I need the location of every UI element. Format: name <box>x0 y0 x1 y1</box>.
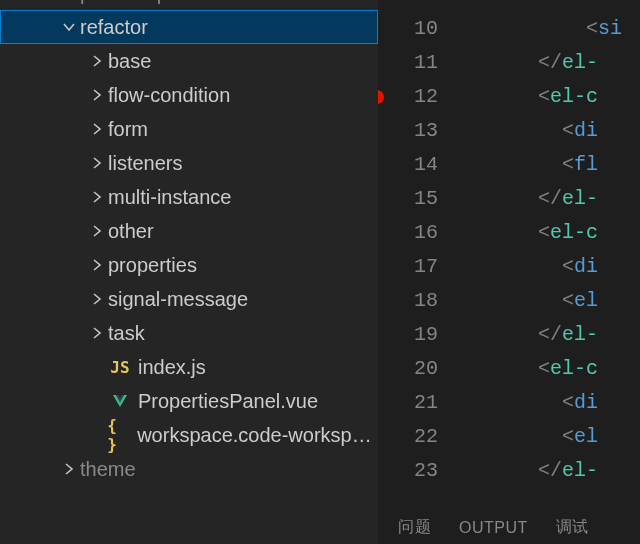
line-number[interactable]: 23 <box>378 454 438 488</box>
tree-item-label: form <box>108 118 148 141</box>
line-number[interactable]: 21 <box>378 386 438 420</box>
tree-item-properties[interactable]: properties <box>0 248 378 282</box>
line-number[interactable]: 22 <box>378 420 438 454</box>
chevron-right-icon <box>86 326 108 340</box>
line-number[interactable]: 19 <box>378 318 438 352</box>
tree-item-flow-condition[interactable]: flow-condition <box>0 78 378 112</box>
tree-item-label: index.js <box>138 356 206 379</box>
code-line[interactable]: </el- <box>466 46 640 80</box>
tree-item-label: base <box>108 50 151 73</box>
panel-tab-调试[interactable]: 调试 <box>556 517 589 538</box>
tree-item-propertiespanel-vue[interactable]: PropertiesPanel.vue <box>0 384 378 418</box>
editor-area: 91011121314151617181920212223 <di <si </… <box>378 0 640 544</box>
chevron-right-icon <box>86 122 108 136</box>
code-line[interactable]: <si <box>466 12 640 46</box>
tree-item-label: workspace.code-workspa... <box>137 424 378 447</box>
tree-item-base[interactable]: base <box>0 44 378 78</box>
panel-tab-问题[interactable]: 问题 <box>398 517 431 538</box>
json-file-icon: { } <box>107 416 131 454</box>
line-number[interactable]: 9 <box>378 0 438 12</box>
line-number[interactable]: 10 <box>378 12 438 46</box>
code-line[interactable]: <fl <box>466 148 640 182</box>
code-line[interactable]: <di <box>466 114 640 148</box>
bottom-panel-tabs: 问题OUTPUT调试 <box>378 510 640 544</box>
tree-item-multi-instance[interactable]: multi-instance <box>0 180 378 214</box>
line-number[interactable]: 17 <box>378 250 438 284</box>
chevron-right-icon <box>86 54 108 68</box>
chevron-right-icon <box>86 88 108 102</box>
line-number-gutter[interactable]: 91011121314151617181920212223 <box>378 0 466 510</box>
chevron-right-icon <box>86 258 108 272</box>
tree-item-workspace-code-workspa-[interactable]: { }workspace.code-workspa... <box>0 418 378 452</box>
tree-item-task[interactable]: task <box>0 316 378 350</box>
chevron-right-icon <box>58 462 80 476</box>
code-line[interactable]: </el- <box>466 318 640 352</box>
line-number[interactable]: 16 <box>378 216 438 250</box>
tree-item-label: other <box>108 220 154 243</box>
chevron-right-icon <box>86 292 108 306</box>
tree-item-label: PropertiesPanel.vue <box>138 390 318 413</box>
tree-item-signal-message[interactable]: signal-message <box>0 282 378 316</box>
tree-item-form[interactable]: form <box>0 112 378 146</box>
line-number[interactable]: 13 <box>378 114 438 148</box>
code-line[interactable]: </el- <box>466 454 640 488</box>
tree-item-theme[interactable]: theme <box>0 452 378 486</box>
tree-item-other[interactable]: other <box>0 214 378 248</box>
js-file-icon: JS <box>108 358 132 377</box>
line-number[interactable]: 14 <box>378 148 438 182</box>
tree-item-listeners[interactable]: listeners <box>0 146 378 180</box>
tree-item-label: flow-condition <box>108 84 230 107</box>
code-line[interactable]: <el <box>466 420 640 454</box>
breakpoint-line-number[interactable]: 12 <box>378 80 438 114</box>
code-line[interactable]: <el-c <box>466 216 640 250</box>
tree-item-label: listeners <box>108 152 182 175</box>
tree-item-index-js[interactable]: JSindex.js <box>0 350 378 384</box>
chevron-right-icon <box>86 224 108 238</box>
chevron-down-icon <box>58 20 80 34</box>
code-content[interactable]: <di <si </el- <el-c <di <fl </el- <el-c … <box>466 0 640 510</box>
vue-file-icon <box>108 393 132 409</box>
tree-item-label: multi-instance <box>108 186 231 209</box>
code-line[interactable]: </el- <box>466 182 640 216</box>
code-line[interactable]: <el-c <box>466 80 640 114</box>
tree-item-refactor[interactable]: refactor <box>0 10 378 44</box>
tree-item-process-panel[interactable]: process-panel <box>0 0 378 10</box>
line-number[interactable]: 15 <box>378 182 438 216</box>
file-explorer[interactable]: process-panelrefactorbaseflow-conditionf… <box>0 0 378 544</box>
code-line[interactable]: <di <box>466 386 640 420</box>
code-line[interactable]: <di <box>466 250 640 284</box>
code-line[interactable]: <di <box>466 0 640 12</box>
code-line[interactable]: <el-c <box>466 352 640 386</box>
line-number[interactable]: 18 <box>378 284 438 318</box>
chevron-right-icon <box>86 190 108 204</box>
code-line[interactable]: <el <box>466 284 640 318</box>
tree-item-label: properties <box>108 254 197 277</box>
tree-item-label: signal-message <box>108 288 248 311</box>
panel-tab-output[interactable]: OUTPUT <box>459 519 528 537</box>
chevron-right-icon <box>86 156 108 170</box>
tree-item-label: theme <box>80 458 136 481</box>
line-number[interactable]: 11 <box>378 46 438 80</box>
tree-item-label: refactor <box>80 16 148 39</box>
tree-item-label: process-panel <box>80 0 206 5</box>
tree-item-label: task <box>108 322 145 345</box>
line-number[interactable]: 20 <box>378 352 438 386</box>
